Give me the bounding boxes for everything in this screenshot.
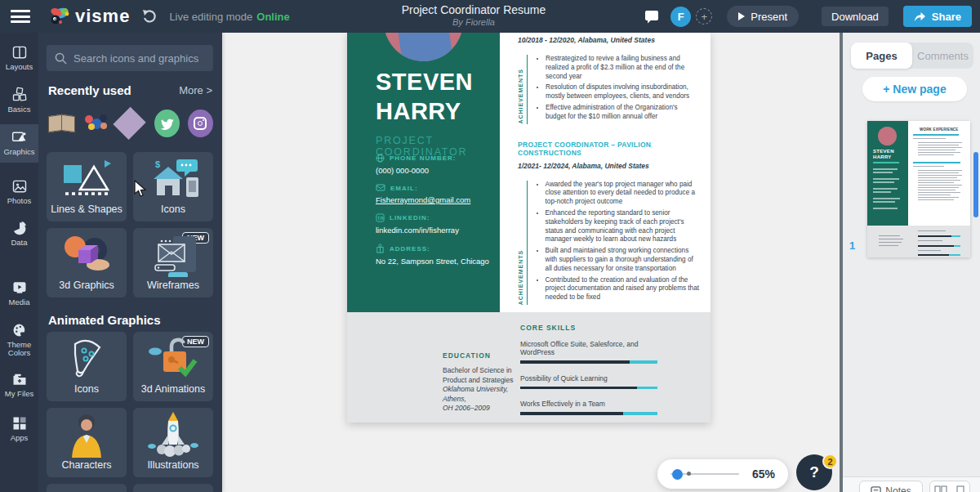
job1-achievements[interactable]: ACHIEVEMENTS Restrategized to revive a f… <box>518 55 699 124</box>
sidebar-item-theme-colors[interactable]: Theme Colors <box>0 320 38 357</box>
job2-dates[interactable]: 1/2021- 12/2024, Alabama, United States <box>518 162 699 170</box>
zoom-slider[interactable] <box>670 473 739 475</box>
theme-colors-icon <box>11 322 28 338</box>
document-title[interactable]: Project Coordinator Resume <box>351 3 596 16</box>
tab-comments[interactable]: Comments <box>912 42 973 69</box>
user-avatar[interactable]: F <box>670 7 691 27</box>
sidebar-item-layouts[interactable]: Layouts <box>0 42 38 71</box>
recent-people-graphic[interactable] <box>83 112 105 135</box>
resume-bottom-section[interactable]: EDUCATION Bachelor of Science in Product… <box>347 312 710 423</box>
job2-bullet: Built and maintained strong working conn… <box>546 247 699 273</box>
single-view-icon[interactable] <box>956 485 965 492</box>
hamburger-menu-icon[interactable] <box>11 10 30 23</box>
photos-icon <box>11 178 28 195</box>
resume-document[interactable]: STEVEN HARRY PROJECT COORDINATOR PHONE N… <box>347 33 710 423</box>
visme-logo[interactable]: visme <box>48 6 130 27</box>
sidebar-item-data[interactable]: Data <box>0 218 38 247</box>
page-number: 1 <box>849 239 855 252</box>
illustrations-thumbnail <box>133 411 213 457</box>
layouts-icon <box>11 44 28 60</box>
card-3d-graphics[interactable]: 3d Graphics <box>47 228 127 297</box>
education-section[interactable]: EDUCATION Bachelor of Science in Product… <box>443 351 524 414</box>
lines-shapes-thumbnail <box>47 155 127 201</box>
my-files-icon <box>11 371 28 387</box>
phone-globe-icon <box>376 154 385 163</box>
live-editing-label: Live editing mode <box>169 11 252 23</box>
card-illustrations[interactable]: Illustrations <box>133 408 213 477</box>
card-wireframes[interactable]: NEW Wireframes <box>133 228 213 297</box>
add-collaborator-button[interactable]: + <box>696 8 712 25</box>
core-skills-heading: CORE SKILLS <box>520 324 661 332</box>
3d-animations-thumbnail <box>133 335 213 381</box>
search-box[interactable] <box>47 45 213 71</box>
view-toggle-group[interactable] <box>929 481 970 492</box>
sidebar-item-photos[interactable]: Photos <box>0 177 38 205</box>
grid-view-icon[interactable] <box>934 485 947 492</box>
card-partial-left[interactable] <box>47 484 127 492</box>
contact-linkedin[interactable]: inLINKEDIN: linkedin.com/in/fisherray <box>376 213 492 235</box>
card-lines-shapes[interactable]: Lines & Shapes <box>47 152 127 221</box>
page-thumbnail[interactable]: STEVEN HARRY WORK EXPERIENCE <box>867 121 970 257</box>
sidebar-item-basics[interactable]: Basics <box>0 85 38 114</box>
card-partial-right[interactable] <box>133 484 213 492</box>
resume-right-column[interactable]: 10/2018 - 12/2020, Alabama, United State… <box>500 33 710 312</box>
card-icons[interactable]: $ Icons <box>133 152 213 221</box>
tab-pages[interactable]: Pages <box>851 42 912 69</box>
recent-twitter-icon[interactable] <box>154 110 180 137</box>
new-page-button[interactable]: + New page <box>862 77 967 101</box>
education-line: Bachelor of Science in <box>443 366 524 376</box>
document-author: By Fiorella <box>351 17 596 27</box>
pages-scrollbar[interactable] <box>973 152 978 217</box>
education-line: OH 2006–2009 <box>443 404 524 414</box>
recently-used-header: Recently used <box>48 83 131 97</box>
profile-photo[interactable] <box>384 33 463 61</box>
job2-heading[interactable]: PROJECT COORDINATOR – PAVILION CONSTRUCT… <box>518 141 699 157</box>
characters-thumbnail <box>47 411 127 457</box>
contact-address[interactable]: ADDRESS: No 22, Sampson Street, Chicago <box>376 244 492 266</box>
resume-name-line1[interactable]: STEVEN <box>376 69 473 96</box>
resume-left-column[interactable]: STEVEN HARRY PROJECT COORDINATOR PHONE N… <box>347 33 500 312</box>
sidebar-item-my-files[interactable]: My Files <box>0 369 38 398</box>
more-link[interactable]: More > <box>179 84 212 96</box>
core-skills-section[interactable]: CORE SKILLS Microsoft Office Suite, Sale… <box>520 324 661 426</box>
skill-bar <box>520 360 657 364</box>
zoom-percentage: 65% <box>752 467 775 481</box>
zoom-slider-handle[interactable] <box>672 469 683 480</box>
card-animated-icons[interactable]: Icons <box>47 332 127 401</box>
achievements-divider <box>527 55 528 124</box>
education-line: Oklahoma University, Athens, <box>443 385 524 404</box>
search-icon <box>55 52 67 65</box>
share-icon <box>914 11 926 22</box>
svg-text:in: in <box>378 215 385 221</box>
resume-name-line2[interactable]: HARRY <box>376 98 461 125</box>
download-button[interactable]: Download <box>822 7 889 26</box>
job2-bullet: Enhanced the reporting standard to senio… <box>546 209 699 244</box>
contact-section[interactable]: PHONE NUMBER: (000) 000-0000 EMAIL: Fish… <box>376 154 492 275</box>
recent-diamond-shape[interactable] <box>114 107 147 141</box>
left-icon-rail: Layouts Basics Graphics Photos Data Medi… <box>0 33 38 492</box>
skill-label: Microsoft Office Suite, Salesforce, and … <box>520 340 661 356</box>
pages-comments-tabs: Pages Comments <box>851 42 973 69</box>
search-input[interactable] <box>74 52 204 65</box>
zoom-slider-marker <box>687 472 691 476</box>
job2-achievements[interactable]: ACHIEVEMENTS Awarded the year's top proj… <box>518 181 699 305</box>
thumbnail-bottom-section <box>867 226 970 257</box>
share-button[interactable]: Share <box>903 6 972 27</box>
recent-instagram-icon[interactable] <box>188 110 213 137</box>
skill-label: Possibility of Quick Learning <box>520 374 661 382</box>
undo-icon[interactable] <box>141 8 158 25</box>
icons-thumbnail: $ <box>133 155 213 201</box>
sidebar-item-media[interactable]: Media <box>0 278 38 306</box>
online-status: Online <box>256 11 289 23</box>
card-3d-animations[interactable]: NEW 3d Animations <box>133 332 213 401</box>
sidebar-item-apps[interactable]: Apps <box>0 414 38 442</box>
sidebar-item-graphics[interactable]: Graphics <box>0 124 38 163</box>
recent-book-graphic[interactable] <box>48 114 75 133</box>
card-characters[interactable]: Characters <box>47 408 127 477</box>
present-button[interactable]: Present <box>727 6 799 27</box>
notes-button[interactable]: Notes <box>859 481 923 492</box>
contact-phone[interactable]: PHONE NUMBER: (000) 000-0000 <box>376 154 492 175</box>
contact-email[interactable]: EMAIL: Fisherraymond@gmail.com <box>376 184 492 204</box>
comments-icon[interactable] <box>644 10 659 24</box>
job1-dates[interactable]: 10/2018 - 12/2020, Alabama, United State… <box>518 36 699 44</box>
